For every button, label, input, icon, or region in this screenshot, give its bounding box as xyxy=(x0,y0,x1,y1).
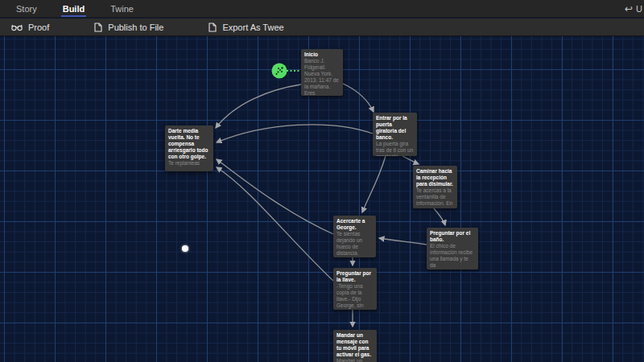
passage-title: Acercarte a George. xyxy=(336,218,373,231)
link-arrow xyxy=(217,167,333,281)
passage-preguntar-bano[interactable]: Preguntar por el baño. El chico de infor… xyxy=(427,228,478,269)
tab-twine[interactable]: Twine xyxy=(101,0,143,17)
link-arrow xyxy=(402,156,419,164)
twine-build-view: Story Build Twine ↩ U Proof xyxy=(0,0,644,362)
main-tab-bar: Story Build Twine ↩ U xyxy=(0,0,644,18)
passage-title: Preguntar por la llave. xyxy=(336,270,374,283)
passage-title: Inicio xyxy=(304,51,340,58)
link-arrow xyxy=(362,156,386,212)
tab-build[interactable]: Build xyxy=(53,0,95,17)
link-arrow xyxy=(433,208,445,225)
proof-button[interactable]: Proof xyxy=(11,23,49,32)
passage-excerpt: El chico de información recibe una llama… xyxy=(430,243,475,269)
passage-preguntar-llave[interactable]: Preguntar por la llave. -Tengo una copia… xyxy=(333,268,377,310)
export-as-twee-button[interactable]: Export As Twee xyxy=(208,23,283,32)
story-map-canvas[interactable]: Inicio Banco J. Fidgerall. Nueva York. 2… xyxy=(0,36,644,362)
passage-excerpt: La puerta gira tras de ti con un constan… xyxy=(376,141,414,156)
passage-excerpt: Mandas un xyxy=(336,358,374,362)
passage-caminar-recepcion[interactable]: Caminar hacia la recepción para disimula… xyxy=(413,166,457,208)
link-arrow xyxy=(341,83,374,112)
link-arrow xyxy=(379,238,427,245)
passage-title: Darte media vuelta. No te compensa arrie… xyxy=(168,128,210,160)
link-arrow xyxy=(216,84,301,128)
start-passage-indicator xyxy=(271,63,303,79)
passage-entrar-puerta[interactable]: Entrar por la puerta giratoria del banco… xyxy=(373,113,417,156)
passage-darte-media-vuelta[interactable]: Darte media vuelta. No te compensa arrie… xyxy=(165,125,213,171)
proof-label: Proof xyxy=(28,23,49,32)
undo-icon: ↩ xyxy=(625,4,633,14)
passage-excerpt: -Tengo una copia de la llave.- Dijo Geor… xyxy=(336,283,374,309)
build-toolbar: Proof Publish to File Export As Twee xyxy=(0,19,644,36)
passage-excerpt: Te sientas dejando un hueco de distancia… xyxy=(336,231,373,257)
undo-label: U xyxy=(636,4,642,14)
tab-story[interactable]: Story xyxy=(6,0,47,17)
document-icon xyxy=(94,23,102,32)
glasses-icon xyxy=(11,23,23,31)
cursor-dot xyxy=(182,245,188,252)
link-arrow xyxy=(217,125,373,142)
passage-title: Caminar hacia la recepción para disimula… xyxy=(416,168,454,187)
publish-to-file-label: Publish to File xyxy=(108,23,163,32)
undo-button[interactable]: ↩ U xyxy=(625,0,644,18)
link-arrow xyxy=(217,159,333,234)
passage-excerpt: Te acercas a la ventanilla de informació… xyxy=(416,187,454,207)
document-icon xyxy=(208,23,217,32)
publish-to-file-button[interactable]: Publish to File xyxy=(94,23,163,32)
passage-title: Entrar por la puerta giratoria del banco… xyxy=(376,115,414,141)
passage-excerpt: Banco J. Fidgerall. Nueva York. 2013. 11… xyxy=(304,58,340,96)
passage-acercarte-george[interactable]: Acercarte a George. Te sientas dejando u… xyxy=(333,216,376,257)
passage-title: Mandar un mensaje con tu móvil para acti… xyxy=(336,332,374,358)
passage-inicio[interactable]: Inicio Banco J. Fidgerall. Nueva York. 2… xyxy=(301,49,343,96)
passage-excerpt: Te replanteas xyxy=(168,160,210,167)
export-as-twee-label: Export As Twee xyxy=(222,23,283,32)
passage-mandar-mensaje[interactable]: Mandar un mensaje con tu móvil para acti… xyxy=(333,330,377,362)
passage-title: Preguntar por el baño. xyxy=(430,230,475,243)
